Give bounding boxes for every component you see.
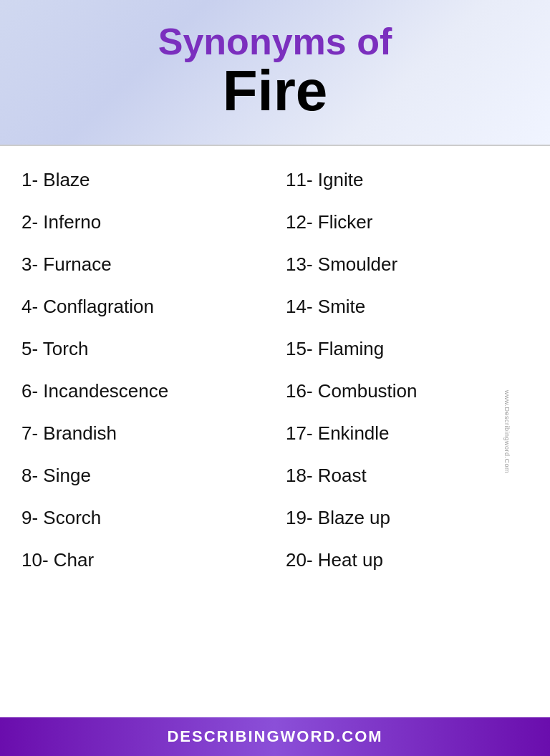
synonym-item: 3- Furnace [7, 243, 271, 286]
synonym-item: 9- Scorch [7, 497, 271, 539]
synonym-item: 15- Flaming [271, 328, 536, 370]
synonym-item: 12- Flicker [271, 201, 536, 243]
title-fire: Fire [14, 62, 536, 120]
synonym-item: 19- Blaze up [271, 497, 536, 539]
synonym-item: 1- Blaze [7, 159, 271, 201]
footer-label: DESCRIBINGWORD.COM [167, 727, 382, 745]
synonyms-grid: 1- Blaze2- Inferno3- Furnace4- Conflagra… [7, 153, 536, 587]
synonym-item: 7- Brandish [7, 412, 271, 455]
synonym-item: 14- Smite [271, 286, 536, 328]
synonym-item: 6- Incandescence [7, 370, 271, 412]
content-area: www.Describingword.Com 1- Blaze2- Infern… [0, 145, 550, 717]
synonym-item: 16- Combustion [271, 370, 536, 412]
watermark: www.Describingword.Com [503, 390, 511, 473]
synonym-item: 11- Ignite [271, 159, 536, 201]
column-left: 1- Blaze2- Inferno3- Furnace4- Conflagra… [7, 159, 271, 581]
synonym-item: 5- Torch [7, 328, 271, 370]
synonym-item: 18- Roast [271, 455, 536, 497]
synonym-item: 20- Heat up [271, 539, 536, 581]
synonym-item: 2- Inferno [7, 201, 271, 243]
header: Synonyms of Fire [0, 0, 550, 145]
synonym-item: 17- Enkindle [271, 412, 536, 455]
synonym-item: 4- Conflagration [7, 286, 271, 328]
column-right: 11- Ignite12- Flicker13- Smoulder14- Smi… [271, 159, 536, 581]
synonym-item: 13- Smoulder [271, 243, 536, 286]
footer: DESCRIBINGWORD.COM [0, 717, 550, 756]
synonym-item: 10- Char [7, 539, 271, 581]
title-synonyms: Synonyms of [14, 21, 536, 62]
synonym-item: 8- Singe [7, 455, 271, 497]
